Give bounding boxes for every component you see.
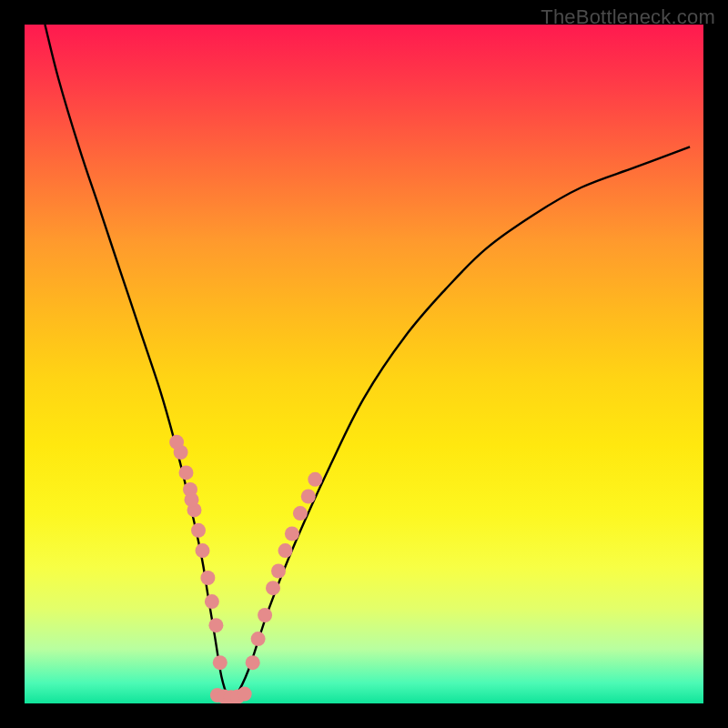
data-point (251, 632, 266, 646)
data-point (308, 472, 322, 487)
data-point (258, 608, 272, 622)
data-point (271, 564, 286, 579)
data-point (266, 581, 280, 595)
data-point (246, 655, 260, 670)
data-point (200, 571, 215, 585)
data-point (205, 594, 219, 609)
data-point (191, 523, 206, 538)
data-point (208, 618, 223, 632)
data-point (169, 435, 184, 450)
data-points (169, 435, 322, 703)
bottleneck-curve (45, 25, 690, 700)
watermark-text: TheBottleneck.com (541, 5, 715, 29)
data-point (213, 655, 228, 670)
data-point (179, 465, 194, 480)
data-point (285, 527, 299, 541)
data-point (185, 492, 199, 507)
data-point (238, 687, 252, 702)
data-point (278, 543, 293, 558)
data-point (301, 490, 316, 504)
data-point (196, 543, 210, 558)
chart-overlay (25, 25, 703, 703)
data-point (293, 506, 308, 521)
